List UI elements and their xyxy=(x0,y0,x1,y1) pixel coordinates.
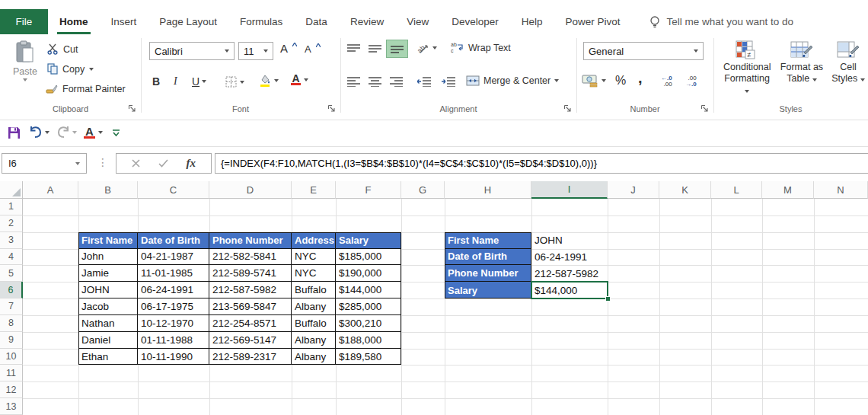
borders-button[interactable] xyxy=(225,76,244,88)
row-header-9[interactable]: 9 xyxy=(0,332,23,349)
increase-decimal-button[interactable]: ←.0.00 xyxy=(661,75,672,88)
cell-E6[interactable]: Buffalo xyxy=(292,282,336,298)
cancel-entry-icon[interactable] xyxy=(132,159,140,168)
cell-E5[interactable]: NYC xyxy=(292,265,336,282)
column-header-B[interactable]: B xyxy=(78,181,138,199)
column-header-L[interactable]: L xyxy=(711,181,762,199)
top-align-button[interactable] xyxy=(347,43,360,54)
comma-style-button[interactable]: , xyxy=(638,69,643,87)
orientation-button[interactable]: ab xyxy=(417,42,437,54)
format-as-table-button[interactable]: Format asTable xyxy=(778,40,825,85)
tab-view[interactable]: View xyxy=(395,9,440,34)
tab-formulas[interactable]: Formulas xyxy=(228,9,294,34)
row-header-6[interactable]: 6 xyxy=(0,282,23,298)
cell-E4[interactable]: NYC xyxy=(292,249,336,266)
copy-button[interactable]: Copy xyxy=(47,63,94,75)
cell-E10[interactable]: Albany xyxy=(292,349,336,366)
align-right-button[interactable] xyxy=(390,77,403,87)
middle-align-button[interactable] xyxy=(369,43,381,54)
column-header-I[interactable]: I xyxy=(531,181,608,199)
underline-button[interactable]: U xyxy=(192,75,206,88)
qat-font-color-button[interactable]: A xyxy=(84,126,103,139)
cell-H4[interactable]: Date of Birth xyxy=(445,249,531,266)
fill-handle[interactable] xyxy=(605,296,611,302)
cell-E9[interactable]: Albany xyxy=(292,332,336,349)
cell-H6[interactable]: Salary xyxy=(445,282,531,298)
cell-D6[interactable]: 212-587-5982 xyxy=(209,282,292,298)
column-header-N[interactable]: N xyxy=(814,181,868,199)
font-size-combo[interactable]: 11 xyxy=(238,42,273,60)
cell-I3[interactable]: JOHN xyxy=(531,232,608,249)
merge-center-button[interactable]: Merge & Center xyxy=(466,75,559,86)
cell-I6[interactable]: $144,000 xyxy=(531,282,608,298)
tab-data[interactable]: Data xyxy=(294,9,339,34)
name-box[interactable]: I6 xyxy=(2,153,87,174)
font-dialog-launcher-icon[interactable] xyxy=(327,104,336,113)
cell-F3[interactable]: Salary xyxy=(336,232,401,249)
alignment-dialog-launcher-icon[interactable] xyxy=(563,104,572,113)
cell-F7[interactable]: $285,000 xyxy=(336,298,401,315)
formula-input[interactable]: {=INDEX(F4:F10,MATCH(1,(I3=$B$4:$B$10)*(… xyxy=(215,153,868,174)
cell-C8[interactable]: 10-12-1970 xyxy=(138,315,209,332)
redo-button[interactable] xyxy=(56,126,77,138)
cell-E8[interactable]: Buffalo xyxy=(292,315,336,332)
cell-D5[interactable]: 212-589-5741 xyxy=(209,265,292,282)
cell-F8[interactable]: $300,210 xyxy=(336,315,401,332)
align-left-button[interactable] xyxy=(347,77,360,87)
clipboard-dialog-launcher-icon[interactable] xyxy=(128,104,136,113)
formula-bar-splitter[interactable]: ⋮ xyxy=(97,156,108,168)
cell-D7[interactable]: 213-569-5847 xyxy=(209,298,292,315)
fill-color-button[interactable] xyxy=(259,74,279,87)
row-header-4[interactable]: 4 xyxy=(0,249,23,266)
column-header-C[interactable]: C xyxy=(138,181,209,199)
cell-C3[interactable]: Date of Birth xyxy=(138,232,209,249)
cell-B10[interactable]: Ethan xyxy=(78,349,138,366)
font-name-combo[interactable]: Calibri xyxy=(149,42,235,60)
decrease-font-size-button[interactable]: A xyxy=(305,43,321,55)
confirm-entry-icon[interactable] xyxy=(158,159,168,168)
cell-F4[interactable]: $185,000 xyxy=(336,249,401,266)
cell-C7[interactable]: 06-17-1975 xyxy=(138,298,209,315)
row-header-12[interactable]: 12 xyxy=(0,381,23,398)
tab-home[interactable]: Home xyxy=(48,9,100,34)
conditional-formatting-button[interactable]: ≠ ConditionalFormatting xyxy=(723,40,771,96)
percent-style-button[interactable]: % xyxy=(615,74,626,88)
decrease-decimal-button[interactable]: .00→.0 xyxy=(685,75,697,88)
column-header-K[interactable]: K xyxy=(659,181,711,199)
row-header-5[interactable]: 5 xyxy=(0,265,23,282)
italic-button[interactable]: I xyxy=(174,75,177,88)
cell-F6[interactable]: $144,000 xyxy=(336,282,401,298)
cell-C4[interactable]: 04-21-1987 xyxy=(138,249,209,266)
cell-I5[interactable]: 212-587-5982 xyxy=(531,265,608,282)
row-header-13[interactable]: 13 xyxy=(0,398,23,415)
cell-F5[interactable]: $190,000 xyxy=(336,265,401,282)
row-header-7[interactable]: 7 xyxy=(0,298,23,315)
cell-I4[interactable]: 06-24-1991 xyxy=(531,249,608,266)
bold-button[interactable]: B xyxy=(152,75,160,88)
column-header-G[interactable]: G xyxy=(401,181,445,199)
decrease-indent-button[interactable] xyxy=(417,77,431,87)
row-header-2[interactable]: 2 xyxy=(0,215,23,232)
font-color-button[interactable]: A xyxy=(291,74,308,85)
tab-developer[interactable]: Developer xyxy=(440,9,510,34)
cell-E3[interactable]: Address xyxy=(292,232,336,249)
cell-C10[interactable]: 10-11-1990 xyxy=(138,349,209,366)
paste-button[interactable]: Paste xyxy=(8,40,43,81)
cell-D8[interactable]: 212-254-8571 xyxy=(209,315,292,332)
number-format-combo[interactable]: General xyxy=(583,42,704,60)
increase-font-size-button[interactable]: A xyxy=(280,42,297,55)
bottom-align-button[interactable] xyxy=(387,40,407,57)
row-header-11[interactable]: 11 xyxy=(0,365,23,381)
cell-C5[interactable]: 11-01-1985 xyxy=(138,265,209,282)
column-header-J[interactable]: J xyxy=(608,181,659,199)
number-dialog-launcher-icon[interactable] xyxy=(700,104,709,113)
column-header-F[interactable]: F xyxy=(336,181,401,199)
insert-function-button[interactable]: fx xyxy=(187,157,196,170)
tell-me[interactable]: Tell me what you want to do xyxy=(649,9,794,34)
cell-styles-button[interactable]: CellStyles xyxy=(830,40,866,85)
cell-B3[interactable]: First Name xyxy=(78,232,138,249)
column-header-D[interactable]: D xyxy=(209,181,292,199)
cell-F9[interactable]: $188,000 xyxy=(336,332,401,349)
row-header-3[interactable]: 3 xyxy=(0,232,23,249)
select-all-button[interactable] xyxy=(0,181,23,199)
